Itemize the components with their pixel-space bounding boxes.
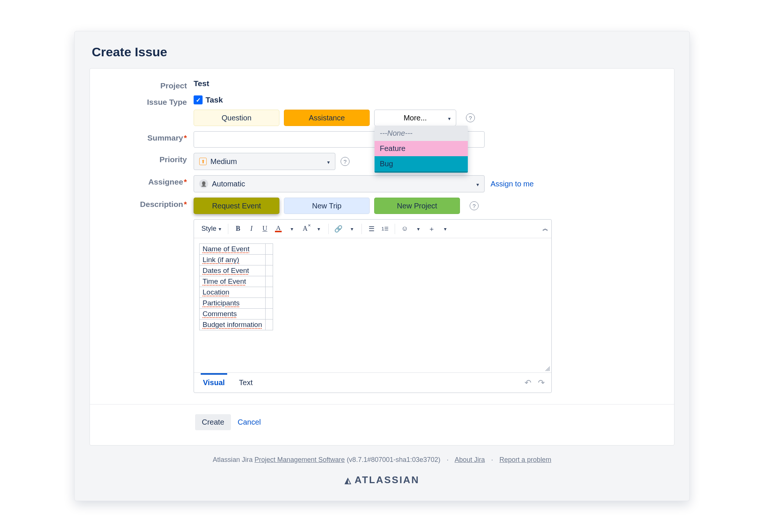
editor-toolbar: Style B I U A A✕ 🔗 ☰ bbox=[194, 220, 551, 238]
table-row: Participants bbox=[203, 299, 239, 307]
dropdown-option-bug[interactable]: Bug bbox=[375, 156, 468, 173]
label-issue-type: Issue Type bbox=[108, 95, 194, 107]
create-button[interactable]: Create bbox=[195, 414, 231, 430]
collapse-toolbar-icon[interactable]: ︽ bbox=[542, 225, 547, 233]
toolbar-style-select[interactable]: Style bbox=[198, 223, 224, 235]
clear-formatting-icon[interactable]: A✕ bbox=[299, 223, 311, 235]
priority-select[interactable]: Medium bbox=[194, 153, 335, 170]
assignee-select[interactable]: Automatic bbox=[194, 175, 485, 192]
page-title: Create Issue bbox=[92, 45, 674, 59]
table-row: Dates of Event bbox=[203, 267, 249, 274]
priority-medium-icon bbox=[199, 158, 207, 165]
tab-visual[interactable]: Visual bbox=[201, 373, 227, 391]
chevron-down-icon[interactable] bbox=[439, 223, 451, 235]
dropdown-option-feature[interactable]: Feature bbox=[375, 141, 468, 156]
task-icon bbox=[194, 95, 203, 104]
issuetype-btn-assistance[interactable]: Assistance bbox=[284, 110, 370, 126]
footer-about-link[interactable]: About Jira bbox=[455, 456, 485, 463]
insert-icon[interactable]: ＋ bbox=[426, 223, 438, 235]
chevron-down-icon bbox=[448, 114, 451, 122]
issue-type-value: Task bbox=[206, 95, 223, 104]
chevron-down-icon[interactable] bbox=[346, 223, 358, 235]
chevron-down-icon bbox=[476, 180, 479, 188]
chevron-down-icon bbox=[219, 225, 221, 233]
atlassian-logo: ATLASSIAN bbox=[90, 474, 674, 486]
desc-btn-request-event[interactable]: Request Event bbox=[194, 198, 279, 214]
text-color-icon[interactable]: A bbox=[272, 223, 284, 235]
editor-footer: Visual Text ↶ ↷ bbox=[194, 372, 551, 393]
issuetype-more-label: More... bbox=[404, 114, 427, 122]
bold-icon[interactable]: B bbox=[232, 223, 244, 235]
undo-icon[interactable]: ↶ bbox=[525, 378, 531, 388]
chevron-down-icon[interactable] bbox=[412, 223, 424, 235]
table-row: Time of Event bbox=[203, 277, 246, 285]
description-table: Name of Event Link (if any) Dates of Eve… bbox=[199, 243, 273, 330]
assign-to-me-link[interactable]: Assign to me bbox=[491, 180, 534, 188]
italic-icon[interactable]: I bbox=[245, 223, 257, 235]
table-row: Link (if any) bbox=[203, 256, 239, 264]
table-row: Budget information bbox=[203, 321, 262, 328]
dropdown-option-none[interactable]: ---None--- bbox=[375, 126, 468, 141]
link-icon[interactable]: 🔗 bbox=[332, 223, 344, 235]
bullet-list-icon[interactable]: ☰ bbox=[366, 223, 378, 235]
page-footer: Atlassian Jira Project Management Softwa… bbox=[90, 456, 674, 464]
chevron-down-icon[interactable] bbox=[313, 223, 325, 235]
tab-text[interactable]: Text bbox=[237, 375, 255, 391]
description-editor: Style B I U A A✕ 🔗 ☰ bbox=[194, 219, 552, 393]
create-issue-form: Project Test Issue Type Task Question As… bbox=[90, 68, 674, 446]
footer-report-link[interactable]: Report a problem bbox=[500, 456, 551, 463]
editor-body[interactable]: Name of Event Link (if any) Dates of Eve… bbox=[194, 238, 551, 372]
desc-btn-new-trip[interactable]: New Trip bbox=[284, 198, 370, 214]
label-description: Description* bbox=[108, 198, 194, 209]
chevron-down-icon[interactable] bbox=[286, 223, 298, 235]
issuetype-btn-question[interactable]: Question bbox=[194, 110, 279, 126]
help-icon[interactable]: ? bbox=[470, 201, 479, 210]
help-icon[interactable]: ? bbox=[466, 113, 475, 122]
help-icon[interactable]: ? bbox=[341, 157, 350, 166]
footer-lead: Atlassian Jira bbox=[213, 456, 254, 463]
desc-btn-new-project[interactable]: New Project bbox=[374, 198, 460, 214]
numbered-list-icon[interactable]: 1☰ bbox=[379, 223, 391, 235]
underline-icon[interactable]: U bbox=[259, 223, 271, 235]
project-value: Test bbox=[194, 79, 209, 88]
label-priority: Priority bbox=[108, 153, 194, 164]
emoji-icon[interactable]: ☺ bbox=[399, 223, 411, 235]
cancel-button[interactable]: Cancel bbox=[238, 418, 261, 426]
label-assignee: Assignee* bbox=[108, 175, 194, 186]
resize-grip-icon[interactable] bbox=[545, 366, 550, 371]
issuetype-more-dropdown: ---None--- Feature Bug bbox=[375, 126, 468, 173]
issuetype-more-select[interactable]: More... ---None--- Feature Bug bbox=[374, 110, 456, 126]
footer-pms-link[interactable]: Project Management Software bbox=[254, 456, 345, 463]
priority-value: Medium bbox=[210, 157, 237, 166]
chevron-down-icon bbox=[327, 157, 330, 166]
table-row: Comments bbox=[203, 310, 237, 318]
footer-version: (v8.7.1#807001-sha1:03e3702) bbox=[345, 456, 440, 463]
redo-icon[interactable]: ↷ bbox=[538, 378, 545, 388]
table-row: Name of Event bbox=[203, 245, 250, 253]
label-summary: Summary* bbox=[108, 131, 194, 142]
label-project: Project bbox=[108, 79, 194, 90]
user-icon bbox=[199, 179, 208, 188]
assignee-value: Automatic bbox=[212, 180, 245, 188]
table-row: Location bbox=[203, 288, 229, 296]
